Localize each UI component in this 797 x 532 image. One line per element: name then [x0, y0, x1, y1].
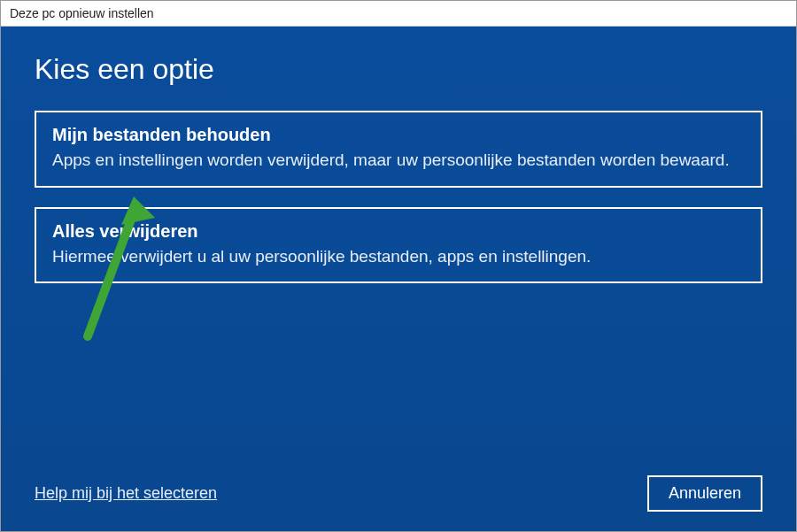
help-link[interactable]: Help mij bij het selecteren [35, 484, 217, 503]
option-keep-files-title: Mijn bestanden behouden [52, 125, 745, 145]
option-remove-everything-desc: Hiermee verwijdert u al uw persoonlijke … [52, 245, 745, 268]
option-keep-files[interactable]: Mijn bestanden behouden Apps en instelli… [35, 111, 762, 188]
dialog-content: Kies een optie Mijn bestanden behouden A… [1, 27, 796, 531]
window-title: Deze pc opnieuw instellen [1, 1, 796, 27]
option-keep-files-desc: Apps en instellingen worden verwijderd, … [52, 149, 745, 172]
option-remove-everything[interactable]: Alles verwijderen Hiermee verwijdert u a… [35, 207, 762, 284]
dialog-footer: Help mij bij het selecteren Annuleren [35, 475, 762, 512]
reset-pc-dialog: Deze pc opnieuw instellen Kies een optie… [0, 0, 797, 532]
page-title: Kies een optie [35, 53, 762, 86]
cancel-button[interactable]: Annuleren [647, 475, 762, 512]
option-remove-everything-title: Alles verwijderen [52, 221, 745, 242]
